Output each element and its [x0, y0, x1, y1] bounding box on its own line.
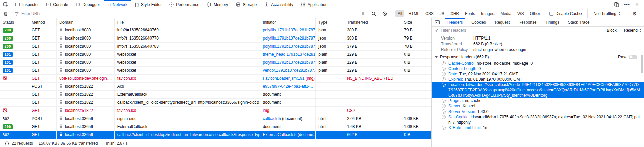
tab-memory[interactable]: Memory — [203, 0, 232, 9]
request-list-pane: Status Method Domain File Initiator Type… — [0, 18, 432, 147]
detail-tab-timings[interactable]: Timings — [541, 18, 564, 26]
status-cell: 200 — [0, 26, 29, 34]
type-filter-css[interactable]: CSS — [423, 10, 436, 17]
request-row[interactable]: 101 GET localhost:8080 websocket theme_h… — [0, 51, 431, 59]
request-row[interactable]: 101 GET localhost:8080 websocket vendor.… — [0, 67, 431, 75]
tab-accessibility[interactable]: Accessibility — [260, 0, 297, 9]
help-icon[interactable] — [442, 104, 446, 108]
type-filter-images[interactable]: Images — [479, 10, 497, 17]
funnel-icon — [434, 28, 438, 33]
request-row[interactable]: 101 GET localhost:8080 websocket polyfil… — [0, 59, 431, 67]
type-filter-html[interactable]: HTML — [406, 10, 422, 17]
network-toolbar-right: All HTML CSS JS XHR Fonts Images Media W… — [392, 9, 644, 18]
raw-toggle-switch[interactable] — [629, 55, 637, 59]
type-filter-fonts[interactable]: Fonts — [463, 10, 477, 17]
method-cell: GET — [29, 26, 57, 34]
disable-cache-control[interactable]: Disable Cache — [545, 11, 586, 16]
response-header-row[interactable]: Location: bitwarden://sso-callback?code=… — [432, 82, 644, 98]
detail-tab-cookies[interactable]: Cookies — [467, 18, 490, 26]
transferred-cell — [344, 91, 401, 98]
column-header-method[interactable]: Method — [29, 18, 57, 26]
request-row[interactable]: 200 GET localhost:8080 info?t=1635826640… — [0, 43, 431, 51]
type-filter-media[interactable]: Media — [498, 10, 514, 17]
column-header-size[interactable]: Size — [401, 18, 431, 26]
filter-headers-input[interactable]: Filter Headers — [441, 28, 466, 33]
throttling-select[interactable]: No Throttling — [589, 11, 626, 16]
help-icon[interactable] — [442, 109, 446, 114]
detail-tab-response[interactable]: Response — [514, 18, 541, 26]
tab-performance[interactable]: Performance — [165, 0, 203, 9]
help-icon[interactable] — [442, 83, 446, 87]
response-header-row[interactable]: Expires: Thu, 01 Jan 1970 00:00:00 GMT — [432, 77, 644, 82]
type-filter-xhr[interactable]: XHR — [448, 10, 461, 17]
tab-style-editor[interactable]: { } Style Editor — [131, 0, 165, 9]
response-header-row[interactable]: X-Rate-Limit-Limit: 1m — [432, 125, 644, 130]
detail-tab-request[interactable]: Request — [490, 18, 514, 26]
type-filter-other[interactable]: Other — [527, 10, 542, 17]
header-name: Set-Cookie: — [448, 115, 471, 119]
tab-label: Accessibility — [271, 2, 293, 7]
request-row[interactable]: GET localhost:51822 favicon.ico img CSP — [0, 107, 431, 115]
request-row[interactable]: 200 GET localhost:8080 info?t=1635826640… — [0, 34, 431, 43]
type-filter-js[interactable]: JS — [437, 10, 447, 17]
column-header-domain[interactable]: Domain — [57, 18, 115, 26]
column-header-transferred[interactable]: Transferred — [344, 18, 401, 26]
block-button[interactable]: Block — [607, 28, 616, 33]
close-devtools-button[interactable]: × — [633, 0, 641, 9]
request-row[interactable]: 302 GET localhost:33656 callback?client_… — [0, 131, 431, 139]
type-cell: html — [316, 115, 344, 123]
response-header-row[interactable]: Pragma: no-cache — [432, 98, 644, 103]
response-header-row[interactable]: Server-Version: 1.43.0 — [432, 109, 644, 114]
pause-traffic-button[interactable] — [361, 11, 365, 16]
tab-inspector[interactable]: Inspector — [11, 0, 42, 9]
request-row[interactable]: 302 POST localhost:33656 signin-oidc cal… — [0, 115, 431, 123]
request-row[interactable]: 200 GET localhost:33656 ExternalCallback… — [0, 123, 431, 131]
responsive-design-button[interactable] — [612, 0, 621, 9]
help-icon[interactable] — [442, 77, 446, 81]
response-header-row[interactable]: Content-Length: 0 — [432, 66, 644, 71]
block-requests-button[interactable] — [382, 11, 387, 16]
request-row[interactable]: GET localhost:51822 callback?client_id=o… — [0, 99, 431, 107]
response-header-row[interactable]: Cache-Control: no-store, no-cache, max-a… — [432, 61, 644, 66]
detail-tabbar: Headers Cookies Request Response Timings… — [432, 18, 644, 27]
filter-urls-input[interactable]: Filter URLs — [11, 11, 356, 16]
request-row[interactable]: 200 GET localhost:8080 info?t=1635826640… — [0, 26, 431, 34]
help-icon[interactable] — [442, 72, 446, 76]
column-header-initiator[interactable]: Initiator — [260, 18, 316, 26]
clear-requests-button[interactable] — [0, 9, 11, 18]
detail-tab-stack-trace[interactable]: Stack Trace — [564, 18, 594, 26]
type-filter-all[interactable]: All — [395, 10, 404, 17]
search-button[interactable] — [371, 11, 376, 16]
detail-scrollbar[interactable] — [641, 55, 643, 73]
tab-network[interactable]: ↑↓ Network — [104, 0, 131, 9]
disable-cache-checkbox[interactable] — [549, 12, 553, 16]
devtools-menu-button[interactable]: ••• — [622, 0, 631, 9]
method-cell: GET — [29, 67, 57, 74]
tab-debugger[interactable]: Debugger — [72, 0, 104, 9]
response-header-row[interactable]: Date: Tue, 02 Nov 2021 04:17:21 GMT — [432, 71, 644, 77]
request-row[interactable]: GET localhost:51822 ExternalCallback doc… — [0, 91, 431, 99]
network-settings-button[interactable]: ⚙ — [629, 9, 641, 18]
help-icon[interactable] — [442, 99, 446, 103]
help-icon[interactable] — [442, 61, 446, 65]
help-icon[interactable] — [442, 115, 446, 119]
detail-tab-headers[interactable]: Headers — [443, 18, 467, 26]
request-row[interactable]: GET 8bit-solutions-dev.onelogin.... favi… — [0, 75, 431, 83]
tab-storage[interactable]: Storage — [232, 0, 260, 9]
collapse-detail-pane-button[interactable] — [432, 18, 443, 26]
request-row[interactable]: POST localhost:51822 Acs e957f897-042e-4… — [0, 83, 431, 91]
column-header-status[interactable]: Status — [0, 18, 29, 26]
tab-application[interactable]: Application — [297, 0, 331, 9]
response-header-row[interactable]: Server: Kestrel — [432, 103, 644, 109]
tab-console[interactable]: Console — [42, 0, 72, 9]
response-header-row[interactable]: Set-Cookie: idsrv=adf6cba1-7075-402b-9ec… — [432, 114, 644, 125]
help-icon[interactable] — [442, 67, 446, 71]
response-headers-section[interactable]: Response Headers (662 B) Raw — [432, 53, 644, 61]
pick-element-button[interactable] — [0, 0, 11, 9]
resend-button[interactable]: Resend — [624, 28, 641, 33]
help-icon[interactable] — [442, 126, 446, 130]
type-filter-ws[interactable]: WS — [515, 10, 526, 17]
raw-toggle-control[interactable]: Raw — [618, 55, 641, 59]
column-header-type[interactable]: Type — [316, 18, 344, 26]
column-header-file[interactable]: File — [115, 18, 260, 26]
